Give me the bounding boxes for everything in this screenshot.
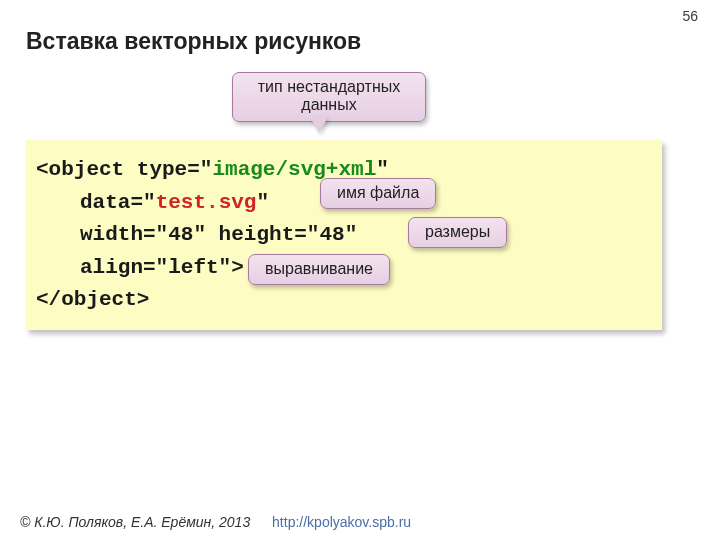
callout-dimensions: размеры [408, 217, 507, 248]
code-dimensions: width="48" height="48" [80, 223, 357, 246]
footer: © К.Ю. Поляков, Е.А. Ерёмин, 2013 http:/… [20, 514, 411, 530]
callout-filename: имя файла [320, 178, 436, 209]
code-text: data=" [80, 191, 156, 214]
code-close: </object> [36, 288, 149, 311]
callout-mime-type: тип нестандартных данных [232, 72, 426, 122]
code-block: <object type="image/svg+xml" data="test.… [26, 140, 662, 330]
slide-title: Вставка векторных рисунков [26, 28, 361, 55]
code-text: " [256, 191, 269, 214]
code-align: align="left"> [80, 256, 244, 279]
page-number: 56 [682, 8, 698, 24]
footer-url: http://kpolyakov.spb.ru [272, 514, 411, 530]
code-filename: test.svg [156, 191, 257, 214]
callout-tail-icon [310, 117, 328, 133]
callout-alignment: выравнивание [248, 254, 390, 285]
footer-credit: © К.Ю. Поляков, Е.А. Ерёмин, 2013 [20, 514, 250, 530]
code-text: <object type=" [36, 158, 212, 181]
